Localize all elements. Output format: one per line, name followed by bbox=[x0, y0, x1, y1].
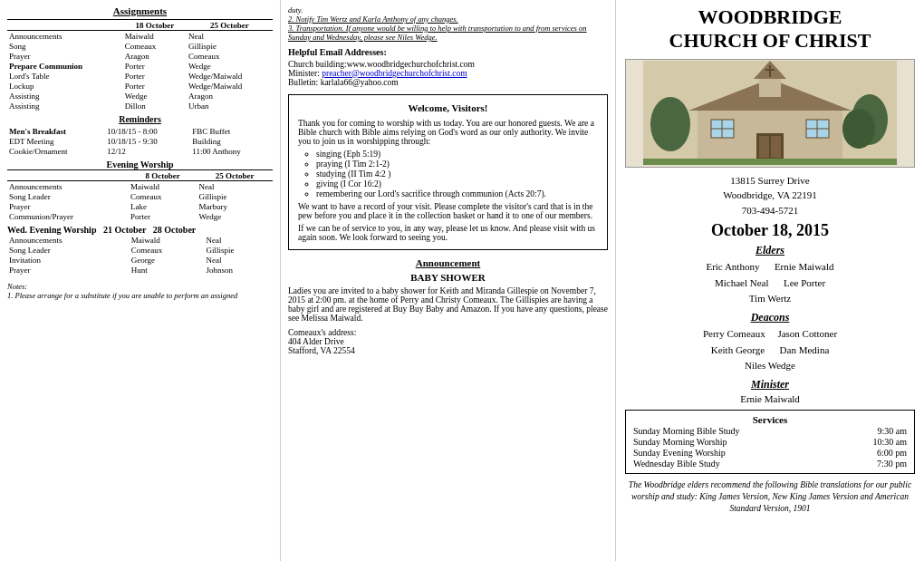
address-line1: 404 Alder Drive bbox=[288, 337, 608, 346]
table-row: Prayer Aragon Comeaux bbox=[7, 51, 273, 61]
row-label: Announcements bbox=[7, 31, 123, 42]
col-header-blank bbox=[7, 20, 123, 31]
svg-rect-8 bbox=[771, 136, 781, 158]
row-val2: Wedge/Maiwald bbox=[187, 81, 273, 91]
row-val2: Urban bbox=[187, 101, 273, 111]
phone: 703-494-5721 bbox=[625, 203, 915, 218]
list-item: praying (I Tim 2:1-2) bbox=[316, 160, 598, 169]
col-header-oct25: 25 October bbox=[187, 20, 273, 31]
elders-names: Eric Anthony Ernie Maiwald Michael Neal … bbox=[625, 259, 915, 307]
row-val1: Maiwald bbox=[130, 235, 205, 245]
elder-2: Ernie Maiwald bbox=[775, 261, 834, 272]
assignments-title: Assignments bbox=[7, 5, 273, 16]
list-item: giving (I Cor 16:2) bbox=[316, 179, 598, 189]
evening-worship-header: Evening Worship bbox=[7, 160, 273, 169]
church-name-line1: WOODBRIDGE bbox=[625, 5, 915, 29]
table-row: Cookie/Ornament 12/12 11:00 Anthony bbox=[7, 146, 273, 156]
table-row: Prayer Lake Marbury bbox=[7, 201, 273, 211]
elder-5: Tim Wertz bbox=[749, 293, 791, 304]
comeaux-address-label: Comeaux's address: bbox=[288, 328, 608, 337]
row-val2: FBC Buffet bbox=[190, 126, 273, 136]
row-val2: Marbury bbox=[197, 201, 273, 211]
table-row: Assisting Wedge Aragon bbox=[7, 91, 273, 101]
row-label: Song bbox=[7, 41, 123, 51]
row-val2: Neal bbox=[187, 31, 273, 42]
row-val1: Aragon bbox=[123, 51, 187, 61]
row-val2: Neal bbox=[197, 181, 273, 192]
announcement-title: Announcement bbox=[288, 257, 608, 268]
row-val2: 11:00 Anthony bbox=[190, 146, 273, 156]
minister-email: Minister: preacher@woodbridgechurchofchr… bbox=[288, 69, 608, 78]
service-label: Sunday Morning Bible Study bbox=[633, 426, 740, 436]
row-val1: Lake bbox=[129, 201, 197, 211]
table-row: Song Comeaux Gillispie bbox=[7, 41, 273, 51]
row-val1: 10/18/15 - 8:00 bbox=[105, 126, 190, 136]
row-label: Prayer bbox=[7, 265, 130, 275]
row-label: Song Leader bbox=[7, 191, 129, 201]
row-val2: Neal bbox=[205, 235, 273, 245]
row-val2: Comeaux bbox=[187, 51, 273, 61]
visitor-box: Welcome, Visitors! Thank you for coming … bbox=[288, 94, 608, 250]
row-val1: Porter bbox=[123, 61, 187, 71]
deacon-1: Perry Comeaux bbox=[703, 328, 765, 339]
service-time: 7:30 pm bbox=[877, 459, 907, 469]
ew-col-oct25: 25 October bbox=[197, 170, 273, 181]
wed-worship-header: Wed. Evening Worship 21 October 28 Octob… bbox=[7, 225, 273, 235]
notes-section: Notes: 1. Please arrange for a substitut… bbox=[7, 282, 273, 300]
service-row-2: Sunday Morning Worship 10:30 am bbox=[633, 437, 907, 447]
row-label: Song Leader bbox=[7, 245, 130, 255]
duty-line: duty. 2. Notify Tim Wertz and Karla Anth… bbox=[288, 5, 608, 42]
ew-col-blank bbox=[7, 170, 129, 181]
table-row: Announcements Maiwald Neal bbox=[7, 31, 273, 42]
row-label: Announcements bbox=[7, 235, 130, 245]
service-label: Sunday Morning Worship bbox=[633, 437, 727, 447]
baby-shower-title: BABY SHOWER bbox=[288, 272, 608, 283]
row-label: Communion/Prayer bbox=[7, 211, 129, 221]
deacon-4: Dan Medina bbox=[780, 344, 830, 355]
minister-name: Ernie Maiwald bbox=[625, 393, 915, 404]
service-time: 6:00 pm bbox=[877, 448, 907, 458]
service-time: 10:30 am bbox=[873, 437, 908, 447]
row-val1: Porter bbox=[123, 71, 187, 81]
deacons-title: Deacons bbox=[625, 311, 915, 324]
row-label: Announcements bbox=[7, 181, 129, 192]
deacons-names: Perry Comeaux Jason Cottoner Keith Georg… bbox=[625, 326, 915, 374]
church-name-line2: CHURCH OF CHRIST bbox=[625, 29, 915, 53]
elder-1: Eric Anthony bbox=[706, 261, 759, 272]
services-box: Services Sunday Morning Bible Study 9:30… bbox=[625, 410, 915, 474]
service-row-3: Sunday Evening Worship 6:00 pm bbox=[633, 448, 907, 458]
row-val1: Maiwald bbox=[129, 181, 197, 192]
list-item: remembering our Lord's sacrifice through… bbox=[316, 189, 598, 198]
announcement-section: Announcement BABY SHOWER Ladies you are … bbox=[288, 257, 608, 355]
row-val1: Comeaux bbox=[123, 41, 187, 51]
bible-rec: The Woodbridge elders recommend the foll… bbox=[625, 479, 915, 516]
minister-title: Minister bbox=[625, 378, 915, 392]
church-image bbox=[625, 59, 915, 168]
services-title: Services bbox=[633, 414, 907, 425]
visitor-body1: Thank you for coming to worship with us … bbox=[298, 119, 598, 146]
table-row: Announcements Maiwald Neal bbox=[7, 235, 273, 245]
table-row: Assisting Dillon Urban bbox=[7, 101, 273, 111]
deacon-3: Keith George bbox=[711, 344, 765, 355]
bulletin-email: Bulletin: karlala66@yahoo.com bbox=[288, 78, 608, 87]
church-building-email: Church building:www.woodbridgechurchofch… bbox=[288, 60, 608, 69]
row-val2: Building bbox=[190, 136, 273, 146]
row-val2: Wedge/Maiwald bbox=[187, 71, 273, 81]
row-val2: Neal bbox=[205, 255, 273, 265]
table-row: Men's Breakfast 10/18/15 - 8:00 FBC Buff… bbox=[7, 126, 273, 136]
row-val1: George bbox=[130, 255, 205, 265]
row-val1: Wedge bbox=[123, 91, 187, 101]
visitor-title: Welcome, Visitors! bbox=[298, 102, 598, 113]
service-time: 9:30 am bbox=[878, 426, 908, 436]
address-line2: Woodbridge, VA 22191 bbox=[625, 188, 915, 203]
date-heading: October 18, 2015 bbox=[625, 221, 915, 240]
row-label: Invitation bbox=[7, 255, 130, 265]
row-val1: Comeaux bbox=[130, 245, 205, 255]
reminders-table: Men's Breakfast 10/18/15 - 8:00 FBC Buff… bbox=[7, 126, 273, 156]
helpful-email-title: Helpful Email Addresses: bbox=[288, 47, 608, 57]
row-val1: Porter bbox=[129, 211, 197, 221]
table-row: Invitation George Neal bbox=[7, 255, 273, 265]
elder-3: Michael Neal bbox=[715, 277, 769, 288]
svg-point-1 bbox=[650, 97, 690, 151]
table-row: Lockup Porter Wedge/Maiwald bbox=[7, 81, 273, 91]
